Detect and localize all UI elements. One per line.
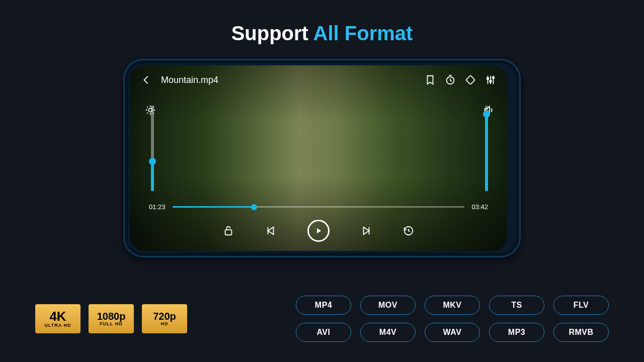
brightness-thumb[interactable] — [149, 158, 156, 165]
svg-rect-6 — [225, 230, 232, 235]
phone-mockup: Mountain.mp4 01:23 — [123, 59, 521, 257]
badge-720p: 720p HD — [142, 304, 187, 333]
volume-slider[interactable] — [485, 106, 488, 191]
format-chip: MOV — [360, 296, 416, 315]
volume-thumb[interactable] — [483, 111, 490, 118]
seek-bar: 01:23 03:42 — [149, 203, 488, 211]
current-time: 01:23 — [149, 203, 166, 211]
brightness-slider[interactable] — [151, 106, 154, 191]
svg-point-4 — [493, 77, 495, 79]
player-controls — [130, 220, 507, 242]
format-chip: TS — [489, 296, 544, 315]
format-chip: WAV — [425, 323, 480, 342]
brightness-icon — [145, 105, 156, 116]
quality-badges: 4K ULTRA HD 1080p FULL HD 720p HD — [35, 304, 187, 333]
bookmark-icon[interactable] — [425, 74, 436, 85]
format-chip: MP3 — [489, 323, 544, 342]
format-chip: RMVB — [553, 323, 609, 342]
svg-rect-1 — [466, 75, 475, 84]
player-topbar: Mountain.mp4 — [141, 74, 496, 85]
format-chip: M4V — [360, 323, 416, 342]
badge-1080p: 1080p FULL HD — [89, 304, 134, 333]
seek-track[interactable] — [173, 206, 465, 208]
next-icon[interactable] — [361, 225, 372, 236]
format-chip: MKV — [425, 296, 480, 315]
badge-4k: 4K ULTRA HD — [35, 304, 80, 333]
video-screen: Mountain.mp4 01:23 — [130, 65, 507, 251]
rotate-icon[interactable] — [465, 74, 476, 85]
seek-fill — [173, 206, 255, 208]
volume-fill — [485, 114, 488, 191]
equalizer-icon[interactable] — [485, 74, 496, 85]
lock-icon[interactable] — [223, 225, 234, 236]
previous-icon[interactable] — [265, 225, 276, 236]
format-chip: MP4 — [296, 296, 351, 315]
page-title: Support All Format — [0, 0, 644, 45]
format-grid: MP4 MOV MKV TS FLV AVI M4V WAV MP3 RMVB — [296, 296, 609, 342]
title-part1: Support — [231, 22, 308, 44]
svg-point-3 — [490, 80, 492, 82]
video-filename: Mountain.mp4 — [161, 75, 218, 85]
timer-icon[interactable] — [445, 74, 456, 85]
seek-thumb[interactable] — [251, 204, 257, 210]
bottom-section: 4K ULTRA HD 1080p FULL HD 720p HD MP4 MO… — [0, 296, 644, 342]
brightness-fill — [151, 161, 154, 192]
history-icon[interactable] — [403, 225, 414, 236]
play-button[interactable] — [307, 220, 330, 242]
title-part2: All Format — [313, 22, 413, 44]
back-icon[interactable] — [141, 74, 152, 85]
duration: 03:42 — [471, 203, 488, 211]
format-chip: FLV — [553, 296, 609, 315]
top-actions — [425, 74, 496, 85]
svg-point-2 — [487, 77, 489, 79]
format-chip: AVI — [296, 323, 351, 342]
